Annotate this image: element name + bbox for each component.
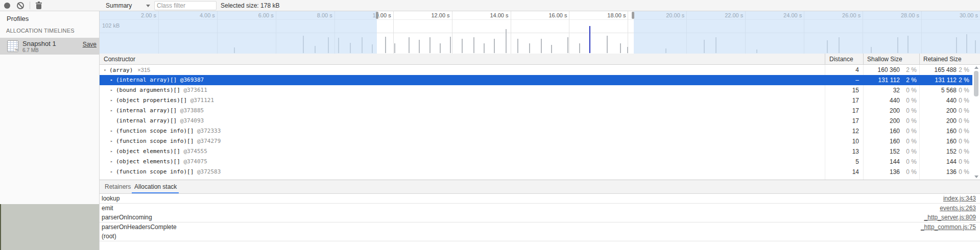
allocation-bar[interactable] [541,39,542,53]
tab-retainers[interactable]: Retainers [105,180,131,193]
retained-size-percent: 0 % [954,95,969,106]
frame-source-link[interactable]: _http_common.js:75 [921,222,976,232]
constructor-row[interactable]: ▸(function scope info)[] @374279101600 %… [100,136,972,146]
constructor-row[interactable]: ▸(object elements)[] @37407551440 %1440 … [100,157,972,167]
collapsed-arrow-icon[interactable]: ▸ [110,167,116,177]
allocation-bar[interactable] [579,43,580,53]
constructor-row[interactable]: ▸(internal array)[] @373885172000 %2000 … [100,106,972,116]
stack-frame-row[interactable]: lookupindex.js:343 [100,194,980,204]
constructor-row[interactable]: ▸(bound arguments)[] @37361115320 %5 568… [100,85,972,95]
shallow-size-percent: 2 % [901,65,917,75]
column-header-shallow-size[interactable]: Shallow Size [867,54,902,65]
constructor-row[interactable]: ▸(function scope info)[] @372181121360 %… [100,177,972,180]
allocation-bar[interactable] [506,29,507,53]
frame-source-link[interactable]: _http_server.js:809 [924,213,976,222]
collapsed-arrow-icon[interactable]: ▸ [110,75,116,85]
shallow-size-percent: 0 % [901,95,917,106]
retained-size-value: 131 112 [916,75,957,85]
collapsed-arrow-icon[interactable]: ▸ [110,136,116,146]
frame-source-link[interactable]: index.js:343 [943,194,976,204]
collapsed-arrow-icon[interactable]: ▸ [110,95,116,106]
stack-frame-row[interactable]: emitevents.js:263 [100,204,980,213]
constructor-row[interactable]: ▸(function scope info)[] @372583141360 %… [100,167,972,177]
object-id: @374093 [177,117,204,124]
allocation-bar[interactable] [473,37,474,53]
stack-frame-row[interactable]: parserOnHeadersComplete_http_common.js:7… [100,222,980,232]
allocation-bar[interactable] [429,37,431,53]
shallow-size-percent: 0 % [901,157,917,167]
allocation-bar[interactable] [419,40,420,53]
constructor-name: ▸(bound arguments)[] @373611 [110,85,207,95]
deselected-region-left[interactable] [100,11,377,54]
trash-icon[interactable] [36,2,42,9]
clear-profiles-icon[interactable] [17,2,24,9]
shallow-size-value: 200 [859,106,900,116]
retained-size-value: 440 [916,95,957,106]
collapsed-arrow-icon[interactable]: ▸ [110,177,116,180]
stack-frame-row[interactable]: parserOnIncoming_http_server.js:809 [100,213,980,222]
allocation-bar[interactable] [462,39,463,53]
selected-allocation-bar[interactable] [589,26,590,53]
chevron-down-icon [146,5,150,7]
object-id: @372333 [194,128,221,134]
column-divider [919,54,920,65]
constructor-row[interactable]: ▾(array)×3154160 3602 %165 4882 % [100,65,972,75]
frame-function-name: parserOnIncoming [102,213,152,222]
allocation-bar[interactable] [440,43,441,53]
record-heap-icon[interactable] [4,3,10,9]
distance-value: – [828,75,859,85]
allocation-bar[interactable] [567,37,568,53]
constructor-row[interactable]: ▸(object properties)[] @371121174400 %44… [100,95,972,106]
constructor-name: ▾(array)×315 [104,65,150,76]
collapsed-arrow-icon[interactable]: ▸ [110,85,116,95]
allocation-bar[interactable] [627,47,628,53]
constructor-row[interactable]: ▸(internal array)[] @369387–131 1122 %13… [100,75,972,85]
stack-frame-row[interactable]: (root) [100,232,980,241]
grid-header: Constructor Distance Shallow Size Retain… [100,54,980,65]
time-gridline [452,11,452,54]
collapsed-arrow-icon[interactable]: ▸ [110,157,116,167]
constructor-row[interactable]: (internal array)[] @374093172000 %2000 % [100,116,972,126]
allocation-bar[interactable] [551,45,552,53]
allocation-bar[interactable] [450,37,451,53]
deselected-region-right[interactable] [634,11,980,54]
allocation-bar[interactable] [494,39,495,53]
retained-size-value: 136 [916,167,957,177]
retained-size-value: 200 [916,116,957,126]
allocation-bar[interactable] [529,43,530,53]
collapsed-arrow-icon[interactable]: ▸ [110,126,116,136]
column-header-constructor[interactable]: Constructor [104,54,135,65]
allocation-bar[interactable] [517,39,518,53]
grid-scrollbar[interactable] [972,65,980,180]
allocation-overview-timeline[interactable]: 102 kB 2.00 s4.00 s6.00 s8.00 s10.00 s12… [100,11,980,54]
column-header-retained-size[interactable]: Retained Size [923,54,962,65]
column-header-distance[interactable]: Distance [829,54,853,65]
tab-allocation-stack[interactable]: Allocation stack [134,180,177,193]
allocation-bar[interactable] [607,36,608,53]
sidebar-item-snapshot-1[interactable]: % Snapshot 1 6.7 MB Save [0,38,100,55]
instance-count: ×315 [137,67,150,73]
retained-size-value: 160 [916,136,957,146]
shallow-size-value: 136 [859,167,900,177]
allocation-bar[interactable] [620,43,621,53]
collapsed-arrow-icon[interactable]: ▸ [110,106,116,116]
allocation-bar[interactable] [385,37,386,53]
perspective-select[interactable]: Summary [106,0,132,11]
allocation-bar[interactable] [409,37,410,53]
scroll-down-icon[interactable] [974,176,978,178]
constructor-row[interactable]: ▸(object elements)[] @374555131520 %1520… [100,146,972,157]
selection-grip-left[interactable] [376,12,378,19]
selection-grip-right[interactable] [632,12,634,19]
class-filter-input[interactable] [154,1,217,10]
allocation-timelines-section-label: ALLOCATION TIMELINES [6,28,75,34]
allocation-bar[interactable] [394,43,395,53]
frame-source-link[interactable]: events.js:263 [940,204,976,213]
save-link[interactable]: Save [83,41,97,48]
collapsed-arrow-icon[interactable]: ▸ [110,146,116,157]
scrollbar-thumb[interactable] [974,71,978,96]
allocation-bar[interactable] [484,43,485,53]
constructor-row[interactable]: ▸(function scope info)[] @372333121600 %… [100,126,972,136]
expanded-arrow-icon[interactable]: ▾ [104,65,109,76]
scroll-up-icon[interactable] [974,66,978,69]
distance-value: 17 [828,95,859,106]
